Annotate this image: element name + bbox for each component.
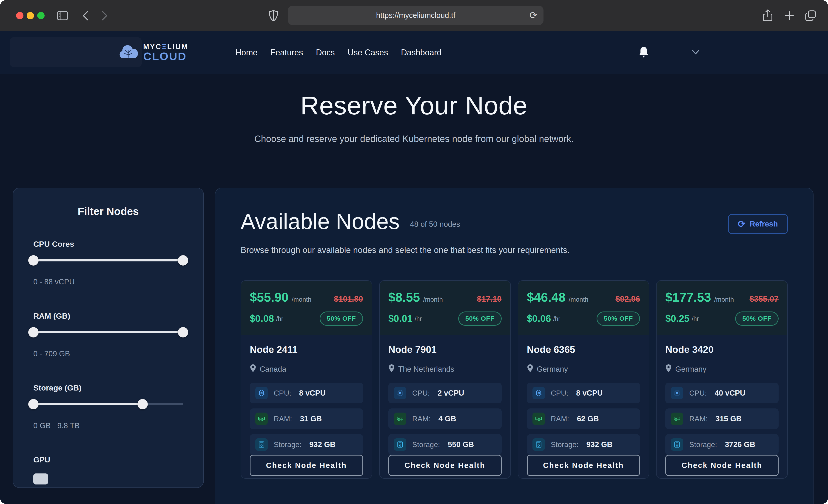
storage-spec-row: Storage: 3726 GB bbox=[665, 434, 779, 455]
check-node-health-button[interactable]: Check Node Health bbox=[527, 455, 640, 476]
cpu-spec-label: CPU: bbox=[274, 389, 291, 397]
nodes-panel-header: Available Nodes 48 of 50 nodes ⟳ Refresh bbox=[241, 210, 788, 234]
storage-spec-value: 550 GB bbox=[448, 440, 474, 449]
ram-spec-row: RAM: 4 GB bbox=[388, 409, 502, 429]
node-location: The Netherlands bbox=[398, 365, 454, 374]
sidebar-toggle-icon[interactable] bbox=[57, 0, 68, 31]
node-card[interactable]: $8.55 /month $17.10 $0.01 /hr 50% OFF bbox=[379, 280, 511, 479]
node-card[interactable]: $55.90 /month $101.80 $0.08 /hr 50% OFF bbox=[241, 280, 372, 479]
ram-slider[interactable] bbox=[33, 327, 183, 337]
slider-range-fill bbox=[33, 403, 143, 405]
node-name: Node 6365 bbox=[527, 344, 640, 355]
check-node-health-button[interactable]: Check Node Health bbox=[665, 455, 779, 476]
original-price: $17.10 bbox=[477, 294, 501, 303]
minimize-window-button[interactable] bbox=[27, 12, 34, 19]
brand-word: CLOUD bbox=[143, 51, 189, 62]
address-bar[interactable]: https://myceliumcloud.tf ⟳ bbox=[288, 6, 543, 25]
refresh-button[interactable]: ⟳ Refresh bbox=[728, 214, 788, 234]
monthly-unit: /month bbox=[423, 296, 443, 303]
filter-panel: Filter Nodes CPU Cores 0 - 88 vCPU RAM (… bbox=[13, 188, 204, 488]
spec-list: CPU: 2 vCPU RAM: 4 GB bbox=[388, 383, 502, 455]
forward-button-icon[interactable] bbox=[101, 0, 109, 31]
refresh-icon: ⟳ bbox=[738, 219, 746, 228]
ram-icon bbox=[533, 413, 545, 425]
gpu-checkbox[interactable] bbox=[33, 473, 48, 485]
nav-link-dashboard[interactable]: Dashboard bbox=[401, 48, 442, 57]
nav-links: Home Features Docs Use Cases Dashboard bbox=[236, 48, 442, 57]
ram-spec-value: 62 GB bbox=[577, 414, 599, 423]
storage-spec-row: Storage: 550 GB bbox=[388, 434, 502, 455]
ram-spec-label: RAM: bbox=[689, 415, 708, 423]
ram-spec-value: 315 GB bbox=[715, 414, 742, 423]
storage-slider[interactable] bbox=[33, 399, 183, 409]
ram-slider-max-handle[interactable] bbox=[178, 327, 188, 337]
storage-spec-label: Storage: bbox=[412, 440, 440, 449]
nav-link-features[interactable]: Features bbox=[271, 48, 303, 57]
storage-slider-min-handle[interactable] bbox=[28, 399, 39, 409]
cpu-spec-row: CPU: 40 vCPU bbox=[665, 383, 779, 404]
back-button-icon[interactable] bbox=[82, 0, 89, 31]
cpu-slider-max-handle[interactable] bbox=[178, 255, 188, 265]
monthly-price: $8.55 bbox=[388, 290, 420, 305]
check-node-health-button[interactable]: Check Node Health bbox=[250, 455, 363, 476]
close-window-button[interactable] bbox=[16, 12, 24, 19]
check-node-health-button[interactable]: Check Node Health bbox=[388, 455, 502, 476]
cpu-icon bbox=[671, 387, 683, 399]
ram-icon bbox=[255, 413, 268, 425]
ram-spec-row: RAM: 62 GB bbox=[527, 409, 640, 429]
hourly-price: $0.06 bbox=[527, 313, 551, 324]
nav-link-use-cases[interactable]: Use Cases bbox=[348, 48, 388, 57]
cpu-slider-min-handle[interactable] bbox=[28, 255, 39, 265]
nodes-count-text: 48 of 50 nodes bbox=[410, 220, 460, 228]
page-subtitle: Choose and reserve your dedicated Kubern… bbox=[0, 134, 828, 144]
page-title: Reserve Your Node bbox=[0, 91, 828, 120]
hourly-price: $0.01 bbox=[388, 313, 413, 324]
ram-spec-row: RAM: 31 GB bbox=[250, 409, 363, 429]
node-card-body: Node 6365 Germany CPU: 8 vCPU bbox=[518, 335, 649, 479]
discount-badge: 50% OFF bbox=[596, 311, 640, 326]
zoom-window-button[interactable] bbox=[37, 12, 45, 19]
ram-label: RAM (GB) bbox=[33, 311, 183, 321]
new-tab-icon[interactable] bbox=[784, 0, 795, 31]
hourly-price: $0.25 bbox=[665, 313, 690, 324]
privacy-shield-icon[interactable] bbox=[268, 0, 279, 31]
storage-spec-value: 3726 GB bbox=[725, 440, 755, 449]
storage-spec-value: 932 GB bbox=[586, 440, 613, 449]
share-icon[interactable] bbox=[762, 0, 773, 31]
nav-link-docs[interactable]: Docs bbox=[316, 48, 335, 57]
hourly-price: $0.08 bbox=[250, 313, 274, 324]
reload-icon[interactable]: ⟳ bbox=[530, 10, 538, 20]
node-name: Node 2411 bbox=[250, 344, 363, 355]
node-card[interactable]: $177.53 /month $355.07 $0.25 /hr 50% OFF bbox=[656, 280, 788, 479]
location-pin-icon bbox=[527, 364, 533, 374]
navbar-ghost-slot bbox=[10, 37, 142, 67]
nav-link-home[interactable]: Home bbox=[236, 48, 258, 57]
location-pin-icon bbox=[665, 364, 672, 374]
brand-wordmark: MYCΞLIUM CLOUD bbox=[143, 43, 189, 62]
tab-overview-icon[interactable] bbox=[805, 0, 816, 31]
user-menu-chevron-down-icon[interactable] bbox=[692, 50, 700, 55]
cpu-cores-label: CPU Cores bbox=[33, 240, 183, 249]
ram-spec-value: 31 GB bbox=[300, 414, 322, 423]
discount-badge: 50% OFF bbox=[458, 311, 502, 326]
storage-slider-max-handle[interactable] bbox=[137, 399, 148, 409]
main-content: Filter Nodes CPU Cores 0 - 88 vCPU RAM (… bbox=[0, 188, 828, 504]
node-location: Germany bbox=[537, 365, 568, 374]
storage-spec-label: Storage: bbox=[689, 440, 717, 449]
cpu-spec-value: 2 vCPU bbox=[438, 389, 464, 397]
storage-icon bbox=[533, 438, 545, 451]
storage-spec-row: Storage: 932 GB bbox=[250, 434, 363, 455]
cpu-spec-row: CPU: 8 vCPU bbox=[250, 383, 363, 404]
node-name: Node 7901 bbox=[388, 344, 502, 355]
hourly-unit: /hr bbox=[553, 315, 560, 322]
ram-slider-min-handle[interactable] bbox=[28, 327, 39, 337]
node-location: Germany bbox=[675, 365, 706, 374]
storage-range-text: 0 GB - 9.8 TB bbox=[33, 421, 183, 430]
cpu-cores-slider[interactable] bbox=[33, 255, 183, 265]
cpu-spec-row: CPU: 2 vCPU bbox=[388, 383, 502, 404]
node-card[interactable]: $46.48 /month $92.96 $0.06 /hr 50% OFF bbox=[518, 280, 650, 479]
spec-list: CPU: 8 vCPU RAM: 62 GB bbox=[527, 383, 640, 455]
notifications-bell-icon[interactable] bbox=[638, 46, 649, 59]
cpu-spec-label: CPU: bbox=[551, 389, 568, 397]
storage-spec-row: Storage: 932 GB bbox=[527, 434, 640, 455]
